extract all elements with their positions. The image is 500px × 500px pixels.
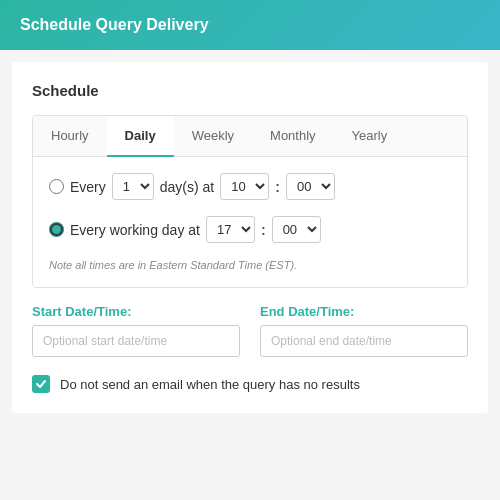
schedule-box: Hourly Daily Weekly Monthly Yearly Every… [32, 115, 468, 288]
tab-hourly[interactable]: Hourly [33, 116, 107, 157]
tabs: Hourly Daily Weekly Monthly Yearly [33, 116, 467, 157]
tab-yearly[interactable]: Yearly [334, 116, 406, 157]
start-date-input[interactable] [32, 325, 240, 357]
tab-weekly[interactable]: Weekly [174, 116, 252, 157]
working-hour-select[interactable]: 178910 [206, 216, 255, 243]
working-row: Every working day at 178910 : 00153045 [49, 216, 451, 243]
days-at-label: day(s) at [160, 179, 214, 195]
every-hour-select[interactable]: 101112 [220, 173, 269, 200]
day-count-select[interactable]: 12345 [112, 173, 154, 200]
working-label: Every working day at [70, 222, 200, 238]
start-date-label: Start Date/Time: [32, 304, 240, 319]
timezone-note: Note all times are in Eastern Standard T… [49, 259, 451, 271]
start-date-field: Start Date/Time: [32, 304, 240, 357]
no-results-checkbox-row: Do not send an email when the query has … [32, 375, 468, 393]
time-separator-2: : [261, 222, 266, 238]
main-content: Schedule Hourly Daily Weekly Monthly Yea… [12, 62, 488, 413]
time-separator-1: : [275, 179, 280, 195]
section-title: Schedule [32, 82, 468, 99]
header-title: Schedule Query Delivery [20, 16, 209, 33]
every-radio[interactable] [49, 179, 64, 194]
check-icon [35, 378, 47, 390]
header: Schedule Query Delivery [0, 0, 500, 50]
every-label: Every [70, 179, 106, 195]
end-date-label: End Date/Time: [260, 304, 468, 319]
working-minute-select[interactable]: 00153045 [272, 216, 321, 243]
every-minute-select[interactable]: 00153045 [286, 173, 335, 200]
working-radio[interactable] [49, 222, 64, 237]
end-date-field: End Date/Time: [260, 304, 468, 357]
tab-daily[interactable]: Daily [107, 116, 174, 157]
every-row: Every 12345 day(s) at 101112 : 00153045 [49, 173, 451, 200]
no-results-checkbox[interactable] [32, 375, 50, 393]
date-section: Start Date/Time: End Date/Time: [32, 304, 468, 357]
no-results-label: Do not send an email when the query has … [60, 377, 360, 392]
schedule-content: Every 12345 day(s) at 101112 : 00153045 … [33, 157, 467, 287]
tab-monthly[interactable]: Monthly [252, 116, 334, 157]
end-date-input[interactable] [260, 325, 468, 357]
